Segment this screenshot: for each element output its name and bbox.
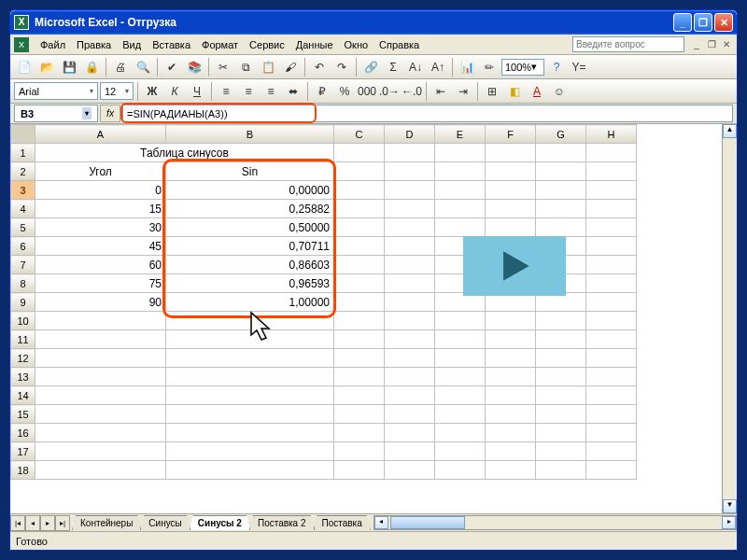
col-header-C[interactable]: C xyxy=(334,125,385,144)
scroll-down-button[interactable]: ▼ xyxy=(723,499,737,513)
cell[interactable] xyxy=(35,405,166,424)
cell[interactable] xyxy=(536,405,586,424)
cell[interactable] xyxy=(536,218,586,237)
cell[interactable] xyxy=(385,218,435,237)
sort-asc-icon[interactable]: A↓ xyxy=(405,57,426,77)
cell[interactable] xyxy=(385,424,435,442)
scroll-up-button[interactable]: ▲ xyxy=(723,124,737,138)
cell[interactable]: 0 xyxy=(35,181,166,200)
italic-icon[interactable]: К xyxy=(164,81,185,102)
cell[interactable]: Угол xyxy=(35,162,166,181)
cell[interactable] xyxy=(334,312,385,330)
col-header-A[interactable]: A xyxy=(35,125,166,144)
cell[interactable]: 30 xyxy=(35,218,166,237)
cell[interactable] xyxy=(586,162,637,181)
doc-minimize-button[interactable]: _ xyxy=(690,38,703,51)
cell[interactable] xyxy=(486,218,536,237)
cell[interactable] xyxy=(385,256,435,274)
cell[interactable] xyxy=(586,405,637,424)
font-combo[interactable]: Arial▾ xyxy=(14,82,98,100)
cell[interactable] xyxy=(435,312,486,330)
merge-center-icon[interactable]: ⬌ xyxy=(283,81,303,102)
cell[interactable] xyxy=(435,330,486,349)
cell[interactable]: 0,70711 xyxy=(166,237,334,256)
copy-icon[interactable]: ⧉ xyxy=(235,57,256,77)
row-header-6[interactable]: 6 xyxy=(11,237,35,256)
sheet-tab[interactable]: Контейнеры xyxy=(72,515,141,530)
decrease-decimal-icon[interactable]: ←.0 xyxy=(402,81,422,102)
tab-last-button[interactable]: ▸| xyxy=(55,515,70,531)
vertical-scrollbar[interactable]: ▲ ▼ xyxy=(722,124,737,513)
cell[interactable] xyxy=(586,144,637,162)
spreadsheet-grid[interactable]: A B C D E F G H 1Таблица синусов2УголSin… xyxy=(10,124,737,513)
borders-icon[interactable]: ⊞ xyxy=(482,81,502,102)
cell[interactable]: 0,86603 xyxy=(166,256,334,274)
cell[interactable] xyxy=(334,424,385,442)
tab-next-button[interactable]: ▸ xyxy=(40,515,55,531)
cell[interactable] xyxy=(166,330,334,349)
cell[interactable] xyxy=(486,312,536,330)
cell[interactable] xyxy=(35,424,166,442)
cell[interactable] xyxy=(435,144,486,162)
cell[interactable] xyxy=(385,200,435,218)
play-button-overlay[interactable] xyxy=(463,236,566,296)
cell[interactable] xyxy=(536,330,586,349)
scroll-left-button[interactable]: ◂ xyxy=(374,516,388,529)
sheet-tab[interactable]: Поставка xyxy=(314,515,371,530)
cell[interactable] xyxy=(486,368,536,386)
cell[interactable] xyxy=(435,461,486,480)
cell[interactable] xyxy=(385,293,435,312)
cell[interactable] xyxy=(166,349,334,368)
paste-icon[interactable]: 📋 xyxy=(258,57,278,77)
horizontal-scrollbar[interactable]: ◂ ▸ xyxy=(374,515,737,530)
align-center-icon[interactable]: ≡ xyxy=(238,81,259,102)
scroll-thumb[interactable] xyxy=(390,516,465,529)
cell[interactable] xyxy=(486,181,536,200)
cell[interactable] xyxy=(435,442,486,461)
cell[interactable] xyxy=(586,349,637,368)
cell[interactable] xyxy=(334,386,385,405)
cell[interactable] xyxy=(586,293,637,312)
cell[interactable] xyxy=(586,218,637,237)
cell[interactable] xyxy=(166,442,334,461)
cell[interactable] xyxy=(385,181,435,200)
cell[interactable] xyxy=(486,442,536,461)
cell[interactable] xyxy=(435,386,486,405)
col-header-G[interactable]: G xyxy=(536,125,586,144)
cell[interactable] xyxy=(435,200,486,218)
tab-first-button[interactable]: |◂ xyxy=(10,515,25,531)
cell[interactable] xyxy=(586,386,637,405)
cell[interactable] xyxy=(166,461,334,480)
menu-edit[interactable]: Правка xyxy=(71,37,117,52)
cell[interactable] xyxy=(334,368,385,386)
cell[interactable] xyxy=(334,442,385,461)
cell[interactable] xyxy=(334,144,385,162)
drawing-icon[interactable]: ✏ xyxy=(479,57,500,77)
cell[interactable] xyxy=(536,200,586,218)
cell[interactable] xyxy=(435,181,486,200)
menu-tools[interactable]: Сервис xyxy=(244,37,290,52)
cell[interactable] xyxy=(35,461,166,480)
cell[interactable] xyxy=(536,442,586,461)
align-right-icon[interactable]: ≡ xyxy=(261,81,281,102)
row-header-9[interactable]: 9 xyxy=(11,293,35,312)
sheet-tab[interactable]: Синусы xyxy=(140,515,190,530)
print-preview-icon[interactable]: 🔍 xyxy=(133,57,153,77)
cell[interactable] xyxy=(334,461,385,480)
row-header-11[interactable]: 11 xyxy=(11,330,35,349)
decrease-indent-icon[interactable]: ⇤ xyxy=(430,81,451,102)
sheet-tab[interactable]: Синусы 2 xyxy=(190,515,250,530)
cell[interactable] xyxy=(435,424,486,442)
row-header-16[interactable]: 16 xyxy=(11,424,35,442)
undo-icon[interactable]: ↶ xyxy=(309,57,330,77)
format-painter-icon[interactable]: 🖌 xyxy=(280,57,301,77)
menu-insert[interactable]: Вставка xyxy=(147,37,196,52)
row-header-12[interactable]: 12 xyxy=(11,349,35,368)
cell[interactable] xyxy=(35,386,166,405)
cell[interactable] xyxy=(385,274,435,293)
cell[interactable] xyxy=(486,349,536,368)
redo-icon[interactable]: ↷ xyxy=(331,57,352,77)
col-header-B[interactable]: B xyxy=(166,125,334,144)
name-box-dropdown-icon[interactable]: ▾ xyxy=(82,107,92,119)
select-all-corner[interactable] xyxy=(11,125,35,144)
